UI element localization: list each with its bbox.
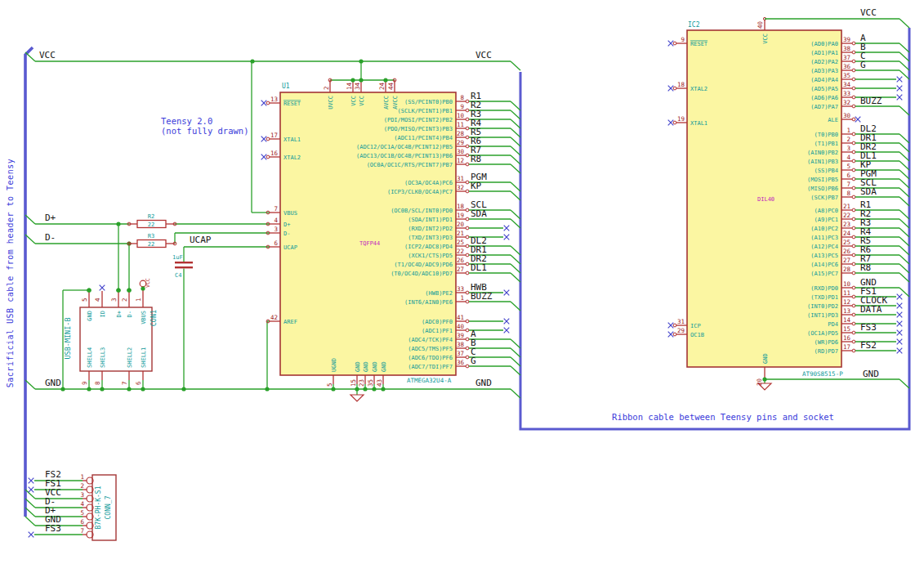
pin-name: (OC1A)PD5 <box>807 330 838 337</box>
component-ref: CON1 <box>150 310 158 326</box>
pin-number: 34 <box>843 81 851 88</box>
pin-number: 5 <box>846 163 850 170</box>
pin-number: 19 <box>677 115 685 123</box>
pin-number: 5 <box>80 509 84 517</box>
junction-dot <box>141 387 145 391</box>
junction-dot <box>87 288 91 292</box>
pin-number: 10 <box>843 280 851 288</box>
pin-number: 1 <box>846 127 850 134</box>
junction-dot <box>383 78 387 82</box>
pin-number: 39 <box>457 332 464 339</box>
net-label: R8 <box>860 262 871 273</box>
component-ref: R3 <box>148 233 154 239</box>
pin-number: 31 <box>457 175 464 182</box>
pin-name: (SS)PB4 <box>814 168 838 174</box>
pin-number: 40 <box>457 323 465 330</box>
pin-name: XTAL1 <box>690 120 708 127</box>
junction-dot <box>116 222 120 226</box>
pin-number: 23 <box>843 221 850 228</box>
junction-dot <box>331 387 335 391</box>
junction-dot <box>372 387 376 391</box>
component-value: USB-MINI-B <box>64 317 72 359</box>
pin-number: 33 <box>843 90 850 97</box>
pin-number: 8 <box>94 381 101 385</box>
pin-name: (WR)PD6 <box>814 339 838 346</box>
pin-name: VBUS <box>141 311 147 325</box>
pin-name: (A15)PC7 <box>810 271 838 277</box>
junction-dot <box>116 288 120 292</box>
net-label-dplus: D+ <box>45 213 56 223</box>
pin-number: 34 <box>354 82 361 90</box>
pin-number: 36 <box>843 63 851 70</box>
pin-name: (AD4)PA4 <box>810 77 838 83</box>
junction-dot <box>141 286 145 290</box>
pin-number: 14 <box>346 82 353 90</box>
pin-name: VCC <box>762 34 769 44</box>
net-label-dminus: D- <box>45 232 56 243</box>
pin-name: GND <box>363 361 369 372</box>
pin-name: (RD)PD7 <box>814 348 838 355</box>
pin-number: 4 <box>80 500 84 508</box>
pin-number: 35 <box>367 379 374 387</box>
junction-dot <box>359 59 363 63</box>
component-ref: IC2 <box>688 21 700 29</box>
pin-name: GND <box>372 361 378 372</box>
pin-number: 29 <box>677 327 685 334</box>
pin-number: 20 <box>756 378 763 386</box>
junction-dot <box>127 387 131 391</box>
pin-number: 18 <box>457 203 465 210</box>
net-label: BUZZ <box>860 96 882 106</box>
pin-name: GND <box>381 361 387 372</box>
net-label-vcc-right: VCC <box>860 7 877 18</box>
pin-name: XTAL2 <box>690 86 708 92</box>
pin-number: 11 <box>457 121 464 128</box>
pin-name: GND <box>87 311 93 321</box>
pin-name: (SDA/INT1)PD1 <box>408 217 453 223</box>
pin-name: (MOSI)PB5 <box>807 177 838 183</box>
junction-dot <box>265 387 269 391</box>
power-flag-label: VCC <box>145 278 151 288</box>
note-teensy-line1: Teensy 2.0 <box>161 116 212 126</box>
pin-name: (AD1)PA1 <box>810 50 838 56</box>
pin-number: 30 <box>843 112 851 119</box>
pin-number: 28 <box>457 130 465 137</box>
net-label-gnd-mid: GND <box>475 378 492 388</box>
pin-number: 32 <box>457 184 464 191</box>
net-label: FS3 <box>860 322 877 333</box>
pin-name: (T0)PB0 <box>814 132 838 138</box>
pin-name: (A13)PC5 <box>810 253 838 259</box>
pin-number: 8 <box>846 190 850 197</box>
pin-name: (ADC4/TCK)PF4 <box>408 337 453 343</box>
net-label: FS2 <box>860 340 877 351</box>
component-value: 22 <box>148 222 154 228</box>
junction-dot <box>381 387 385 391</box>
junction-dot <box>350 78 355 82</box>
pin-name: (T1)PB1 <box>814 141 838 147</box>
pin-name: (SS/PCINT0)PB0 <box>404 99 453 105</box>
pin-name: D- <box>127 311 133 317</box>
pin-name: (MISO)PB6 <box>807 186 838 192</box>
component-value: ATMEGA32U4-A <box>407 377 452 384</box>
junction-dot <box>87 387 91 391</box>
component-ref: C4 <box>175 272 181 279</box>
pin-number: 3 <box>110 298 118 302</box>
pin-number: 6 <box>80 518 84 526</box>
pin-name: (A14)PC6 <box>810 262 838 268</box>
junction-dot <box>359 78 363 82</box>
pin-name: (AD2)PA2 <box>810 59 838 65</box>
pin-number: 2 <box>323 86 330 90</box>
pin-number: 10 <box>457 112 465 119</box>
pin-number: 25 <box>843 239 850 246</box>
pin-name: (SCK)PB7 <box>810 195 838 201</box>
pin-name: (AD3)PA3 <box>810 68 838 74</box>
net-label: KP <box>471 181 482 191</box>
pin-number: 7 <box>80 527 84 535</box>
pin-number: 27 <box>843 257 850 264</box>
pin-number: 3 <box>80 491 84 499</box>
junction-dot <box>100 387 104 391</box>
pin-name: (OC0B/SCL/INT0)PD0 <box>391 208 453 214</box>
pin-number: 26 <box>457 257 465 264</box>
pin-number: 4 <box>94 298 101 302</box>
pin-name: D+ <box>116 311 123 317</box>
pin-number: 30 <box>457 148 465 155</box>
